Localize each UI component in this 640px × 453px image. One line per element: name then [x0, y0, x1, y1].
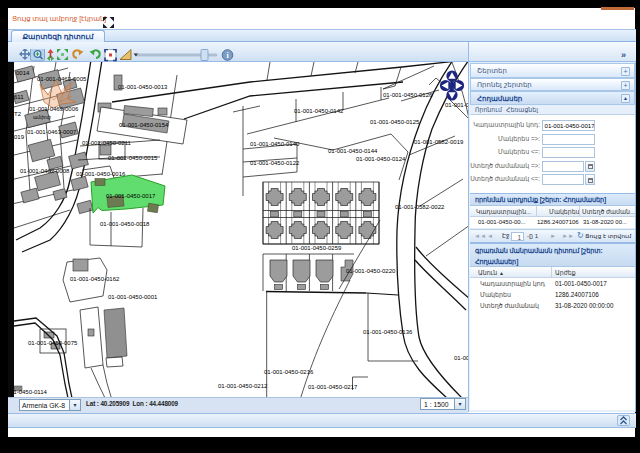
svg-text:T2: T2	[14, 111, 22, 117]
svg-text:01-001-0450-0154: 01-001-0450-0154	[119, 122, 169, 128]
svg-text:01-001-0450-0001: 01-001-0450-0001	[108, 294, 158, 300]
svg-text:01-001-0450-0212: 01-001-0450-0212	[218, 383, 268, 389]
svg-text:01-001-0450-0142: 01-001-0450-0142	[294, 108, 344, 114]
svg-text:01-001-0463-0006: 01-001-0463-0006	[29, 106, 79, 112]
svg-text:01-001-0450-0015: 01-001-0450-0015	[108, 155, 158, 161]
svg-text:01-001-0450-0125: 01-001-0450-0125	[370, 119, 420, 125]
svg-text:01-001-0463-0007: 01-001-0463-0007	[27, 129, 77, 135]
svg-text:01-001-0450-0126: 01-001-0450-0126	[383, 92, 433, 98]
svg-text:01-001-0450-0017: 01-001-0450-0017	[106, 193, 156, 199]
svg-text:01-001-0582-0022: 01-001-0582-0022	[395, 204, 445, 210]
svg-text:01-001-0450-0114: 01-001-0450-0114	[14, 389, 48, 395]
svg-text:01-001-0450-0075: 01-001-0450-0075	[28, 340, 78, 346]
svg-text:ամփոփ: ամփոփ	[33, 115, 51, 120]
svg-text:01-001-0450-0120: 01-001-0450-0120	[445, 102, 470, 108]
svg-text:01-001-0450-0259: 01-001-0450-0259	[292, 245, 342, 251]
svg-text:01-001-0450-0216: 01-001-0450-0216	[264, 369, 314, 375]
svg-text:01-001-0450-0016: 01-001-0450-0016	[76, 171, 126, 177]
svg-text:019: 019	[14, 134, 25, 140]
svg-text:01-001-0450-0220: 01-001-0450-0220	[346, 268, 396, 274]
svg-text:01-001-0450-0162: 01-001-0450-0162	[70, 276, 120, 282]
svg-text:01-001-0450-0122: 01-001-0450-0122	[250, 160, 300, 166]
svg-text:01-001-0450-0013: 01-001-0450-0013	[118, 84, 168, 90]
svg-text:01-001-0450-0136: 01-001-0450-0136	[363, 329, 413, 335]
svg-text:01-001-0450-0124: 01-001-0450-0124	[356, 156, 406, 162]
svg-text:01-001-0450-0211: 01-001-0450-0211	[82, 140, 132, 146]
svg-text:611: 611	[14, 94, 24, 100]
svg-text:01-001-0450-0140: 01-001-0450-0140	[250, 141, 300, 147]
svg-text:0014: 0014	[16, 70, 30, 76]
svg-text:01-001-0463-0005: 01-001-0463-0005	[37, 76, 87, 82]
svg-text:01-001-0463-0008: 01-001-0463-0008	[20, 168, 70, 174]
svg-text:01-001-0582-0019: 01-001-0582-0019	[414, 139, 464, 145]
svg-text:01-001-0450-0144: 01-001-0450-0144	[328, 148, 378, 154]
svg-text:01-001-0450-0018: 01-001-0450-0018	[100, 221, 150, 227]
svg-text:01-001-0450-0217: 01-001-0450-0217	[308, 384, 358, 390]
